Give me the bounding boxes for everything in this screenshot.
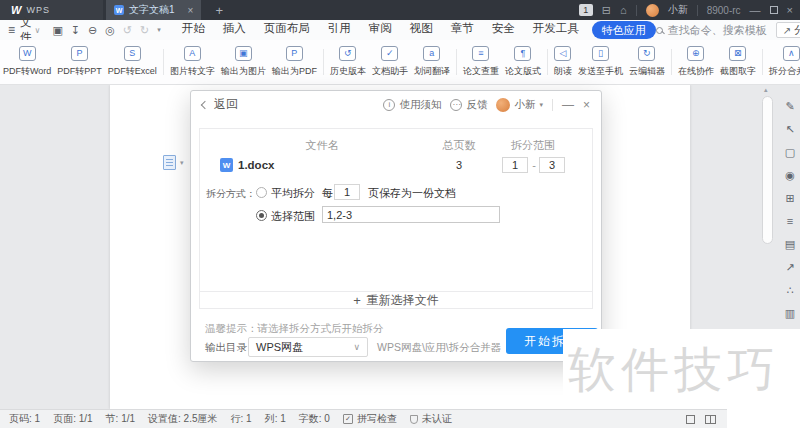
dialog-user[interactable]: 小新 ▾ (496, 98, 543, 112)
read-layout-icon[interactable] (705, 415, 716, 424)
back-button[interactable]: 返回 (202, 96, 238, 113)
divider (697, 5, 698, 16)
select-tool-icon[interactable]: ↖ (785, 124, 794, 135)
doc-file-icon: W (114, 5, 124, 15)
user-avatar[interactable] (646, 4, 659, 17)
range-to-input[interactable] (539, 157, 565, 173)
tab-close-icon[interactable]: × (188, 5, 194, 16)
ribbon-item-send-to-phone[interactable]: ▯发送至手机 (575, 46, 626, 78)
command-search[interactable]: 查找命令、搜索模板 (656, 23, 767, 38)
ribbon-item-split-merge-tool[interactable]: ∧拆分合并器 (766, 46, 800, 78)
maximize-icon[interactable] (770, 6, 778, 14)
cert-status[interactable]: 未认证 (410, 412, 452, 426)
pdf-to-word-icon: W (19, 46, 36, 61)
select-caret-icon: ∨ (353, 342, 360, 352)
feedback-link[interactable]: ⋯反馈 (450, 98, 487, 112)
document-tab[interactable]: W 文字文稿1 × (106, 0, 201, 20)
undo-icon[interactable]: ↺ (123, 24, 132, 37)
divider (636, 5, 637, 16)
wps-logo[interactable]: W WPS (0, 0, 103, 20)
vertical-scrollbar[interactable] (762, 96, 773, 244)
ribbon-item-doc-assistant[interactable]: ✓文档助手 (369, 46, 411, 78)
insert-table-icon[interactable]: ⊞ (785, 193, 794, 204)
ribbon-item-screenshot-ocr[interactable]: ⊠截图取字 (717, 46, 759, 78)
ribbon-item-pdf-to-excel[interactable]: SPDF转Excel (105, 46, 160, 78)
menu-section[interactable]: 章节 (442, 21, 483, 39)
ribbon-item-paper-layout[interactable]: ¶论文版式 (502, 46, 544, 78)
export-share-icon[interactable]: ↗ (785, 262, 794, 273)
dialog-minimize-icon[interactable]: — (562, 98, 574, 112)
template-store-icon[interactable]: ⊟ (602, 5, 611, 16)
share-button[interactable]: ↗ 分享 (776, 22, 800, 38)
menu-home[interactable]: 开始 (173, 21, 214, 39)
shapes-tool-icon[interactable]: ▢ (785, 147, 795, 158)
pdf-to-excel-icon: S (124, 46, 141, 61)
ribbon-item-word-translate[interactable]: a划词翻译 (411, 46, 453, 78)
titlebar-right: 1 ⊟ ⌂ 小新 8900-rc — × (579, 3, 800, 17)
redo-icon[interactable]: ↻ (140, 24, 149, 37)
menu-dev-tools[interactable]: 开发工具 (524, 21, 588, 39)
pages-per-doc-input[interactable] (334, 184, 360, 200)
user-caret-icon: ▾ (539, 101, 543, 109)
hamburger-icon[interactable]: ≡ (8, 23, 15, 37)
docx-file-icon: W (220, 158, 233, 172)
minimize-icon[interactable]: — (750, 5, 761, 16)
new-tab-button[interactable]: + (215, 3, 223, 18)
skin-theme-icon[interactable]: ⌂ (620, 5, 627, 16)
quickbar-caret-icon[interactable]: ▾ (157, 26, 161, 34)
adjust-settings-icon[interactable]: ≡ (787, 216, 793, 227)
mind-map-icon[interactable]: ∴ (787, 285, 794, 296)
select-range-radio[interactable] (256, 210, 267, 221)
menu-insert[interactable]: 插入 (214, 21, 255, 39)
tip-text: 温馨提示：请选择拆分方式后开始拆分 (205, 322, 384, 336)
ribbon-item-read-aloud[interactable]: ◁朗读 (551, 46, 575, 78)
fullscreen-icon[interactable] (686, 415, 695, 424)
image-library-icon[interactable]: ▤ (785, 239, 795, 250)
user-name[interactable]: 小新 (668, 3, 688, 17)
notebook-icon[interactable]: ▥ (785, 308, 795, 319)
print-icon[interactable]: ⊖ (88, 24, 97, 37)
reselect-file-button[interactable]: + 重新选择文件 (200, 291, 592, 308)
average-split-label[interactable]: 平均拆分 (271, 186, 315, 201)
select-range-label[interactable]: 选择范围 (271, 209, 315, 224)
document-tab-title: 文字文稿1 (129, 3, 175, 17)
doc-count-badge[interactable]: 1 (579, 4, 593, 16)
ribbon-item-pdf-to-word[interactable]: WPDF转Word (0, 46, 54, 78)
menu-security[interactable]: 安全 (483, 21, 524, 39)
menu-featured-apps[interactable]: 特色应用 (592, 21, 656, 39)
output-dir-select[interactable]: WPS网盘 ∨ (248, 337, 368, 357)
floating-doc-caret-icon[interactable]: ▾ (180, 159, 184, 167)
menu-page-layout[interactable]: 页面布局 (255, 21, 319, 39)
close-icon[interactable]: × (787, 5, 793, 16)
ribbon-item-paper-check[interactable]: ≡论文查重 (460, 46, 502, 78)
status-page-count: 页面: 1/1 (53, 412, 92, 426)
save-icon[interactable]: ▣ (52, 24, 62, 37)
custom-range-input[interactable] (322, 206, 500, 223)
spell-check-toggle[interactable]: ✓ 拼写检查 (343, 412, 397, 426)
menu-view[interactable]: 视图 (401, 21, 442, 39)
ribbon-item-image-to-text[interactable]: A图片转文字 (167, 46, 218, 78)
stamp-tool-icon[interactable]: ◉ (785, 170, 795, 181)
ribbon-divider (323, 49, 324, 75)
file-menu-caret-icon[interactable]: ∨ (35, 26, 41, 35)
average-split-radio[interactable] (256, 187, 267, 198)
annotate-pen-icon[interactable]: ✎ (785, 101, 794, 112)
ribbon-item-pdf-to-ppt[interactable]: PPDF转PPT (54, 46, 105, 78)
ribbon-item-export-as-image[interactable]: ▣输出为图片 (218, 46, 269, 78)
ribbon-item-history-versions[interactable]: ↺历史版本 (327, 46, 369, 78)
range-from-input[interactable] (502, 157, 528, 173)
watermark-box: 软件技巧 (563, 329, 800, 409)
ribbon-item-online-collab[interactable]: ⊕在线协作 (675, 46, 717, 78)
print-preview-icon[interactable]: ◎ (105, 24, 115, 37)
usage-notice-link[interactable]: i使用须知 (383, 98, 441, 112)
plus-icon: + (353, 293, 361, 308)
export-pdf-icon[interactable]: ↧ (71, 24, 80, 37)
menu-references[interactable]: 引用 (319, 21, 360, 39)
ribbon-item-cloud-editor[interactable]: ↻云编辑器 (626, 46, 668, 78)
floating-doc-icon[interactable] (163, 155, 176, 170)
watermark-box-corner (727, 409, 800, 428)
menu-review[interactable]: 审阅 (360, 21, 401, 39)
ribbon-item-export-as-pdf[interactable]: P输出为PDF (269, 46, 320, 78)
scroll-up-icon[interactable]: ▴ (764, 86, 768, 94)
dialog-close-icon[interactable]: × (583, 98, 590, 112)
